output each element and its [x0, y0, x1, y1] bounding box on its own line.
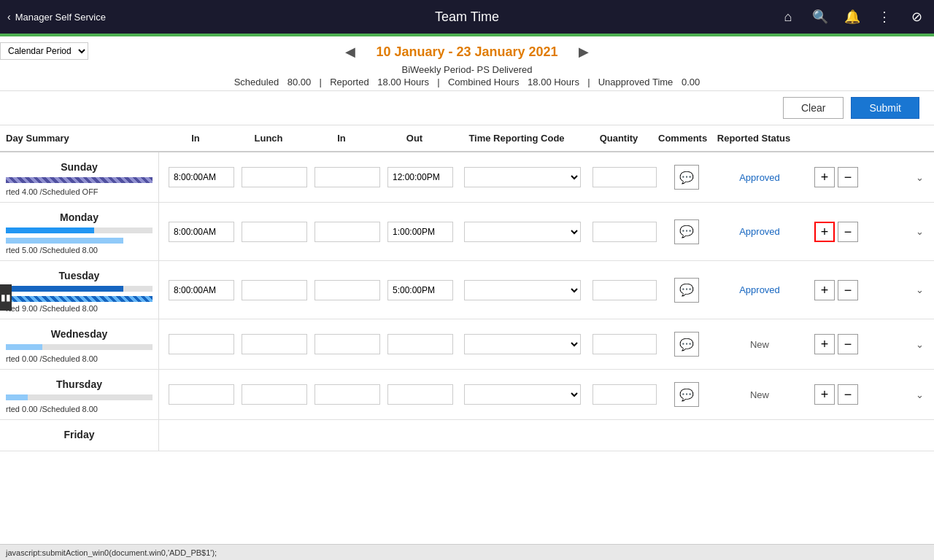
tuesday-trc-select[interactable] — [464, 280, 581, 300]
more-icon[interactable]: ⋮ — [874, 7, 895, 27]
monday-out-input[interactable] — [387, 222, 453, 242]
thursday-lunch-input[interactable] — [242, 384, 307, 405]
monday-sidebar: Monday rted 5.00 /Scheduled 8.00 — [0, 203, 159, 260]
tuesday-out-input[interactable] — [387, 280, 453, 300]
wednesday-remove-button[interactable]: − — [838, 334, 858, 354]
wednesday-lunch-input[interactable] — [242, 334, 307, 354]
tuesday-comment-button[interactable]: 💬 — [674, 278, 699, 303]
wednesday-trc-select[interactable] — [464, 334, 581, 354]
sunday-lunch-input[interactable] — [242, 167, 307, 187]
thursday-trc-select[interactable] — [464, 384, 581, 405]
submit-button[interactable]: Submit — [851, 97, 919, 119]
tuesday-lunch-cell — [238, 280, 311, 300]
sunday-add-button[interactable]: + — [814, 167, 835, 187]
period-nav: ◀ 10 January - 23 January 2021 ▶ — [339, 42, 594, 61]
block-icon[interactable]: ⊘ — [906, 7, 927, 27]
tuesday-remove-button[interactable]: − — [838, 280, 858, 300]
sunday-trc-select[interactable] — [464, 167, 581, 187]
tuesday-qty-input[interactable] — [593, 280, 657, 300]
wednesday-in-input[interactable] — [169, 334, 234, 354]
friday-sidebar: Friday — [0, 420, 159, 451]
wednesday-sidebar: Wednesday rted 0.00 /Scheduled 8.00 — [0, 319, 159, 369]
clear-button[interactable]: Clear — [783, 97, 844, 119]
thursday-trc-cell — [457, 384, 588, 405]
thursday-remove-button[interactable]: − — [838, 384, 858, 405]
col-out: Out — [378, 125, 451, 151]
pause-button[interactable]: ▮▮ — [0, 284, 12, 311]
sunday-comment-button[interactable]: 💬 — [674, 165, 699, 190]
search-icon[interactable]: 🔍 — [810, 7, 830, 27]
wednesday-out-input[interactable] — [387, 334, 453, 354]
column-headers: Day Summary In Lunch In Out Time Reporti… — [0, 125, 934, 152]
thursday-expand-button[interactable]: ⌄ — [911, 389, 928, 400]
thursday-reported-text: rted 0.00 /Scheduled 8.00 — [6, 405, 98, 413]
day-row-friday: Friday — [0, 420, 934, 451]
thursday-in-input[interactable] — [169, 384, 234, 405]
thursday-lunch-cell — [238, 384, 311, 405]
wednesday-add-button[interactable]: + — [814, 334, 835, 354]
sunday-in-input[interactable] — [169, 167, 234, 187]
monday-progress-fill — [6, 228, 94, 233]
col-status: Reported Status — [706, 125, 801, 151]
tuesday-in2-input[interactable] — [314, 280, 380, 300]
home-icon[interactable]: ⌂ — [778, 7, 798, 27]
monday-grid-row: 💬 Approved + − ⌄ — [159, 203, 934, 260]
col-in: In — [159, 125, 232, 151]
tuesday-add-button[interactable]: + — [814, 280, 835, 300]
sunday-out-input[interactable] — [387, 167, 453, 187]
tuesday-in-input[interactable] — [169, 280, 234, 300]
monday-in2-input[interactable] — [314, 222, 380, 242]
bell-icon[interactable]: 🔔 — [842, 7, 862, 27]
thursday-out-input[interactable] — [387, 384, 453, 405]
wednesday-expand-button[interactable]: ⌄ — [911, 339, 928, 350]
thursday-comment-button[interactable]: 💬 — [674, 382, 699, 407]
sunday-expand-button[interactable]: ⌄ — [911, 172, 928, 183]
friday-grid-row — [159, 420, 934, 451]
monday-out-cell — [384, 222, 457, 242]
wednesday-out-cell — [384, 334, 457, 354]
period-subtitle: BiWeekly Period- PS Delivered — [402, 64, 533, 75]
sunday-remove-button[interactable]: − — [838, 167, 858, 187]
action-buttons: Clear Submit — [0, 91, 934, 125]
thursday-add-button[interactable]: + — [814, 384, 835, 405]
wednesday-row-actions: + − — [807, 334, 865, 354]
tuesday-qty-cell — [588, 280, 661, 300]
tuesday-expand-button[interactable]: ⌄ — [911, 284, 928, 295]
back-button[interactable]: ‹ Manager Self Service — [7, 11, 106, 23]
thursday-row-actions: + − — [807, 384, 865, 405]
wednesday-in2-cell — [311, 334, 384, 354]
monday-in-input[interactable] — [169, 222, 234, 242]
monday-remove-button[interactable]: − — [838, 222, 858, 242]
monday-progress-bar2 — [6, 238, 123, 244]
monday-comment-button[interactable]: 💬 — [674, 219, 699, 244]
wednesday-comment-button[interactable]: 💬 — [674, 332, 699, 357]
tuesday-row-actions: + − — [807, 280, 865, 300]
monday-qty-input[interactable] — [593, 222, 657, 242]
sunday-qty-input[interactable] — [593, 167, 657, 187]
wednesday-qty-input[interactable] — [593, 334, 657, 354]
monday-trc-select[interactable] — [464, 222, 581, 242]
sunday-label: Sunday — [6, 161, 153, 173]
topbar-icons: ⌂ 🔍 🔔 ⋮ ⊘ — [778, 7, 927, 27]
wednesday-in2-input[interactable] — [314, 334, 380, 354]
thursday-in2-input[interactable] — [314, 384, 380, 405]
monday-add-button[interactable]: + — [814, 222, 835, 242]
monday-expand-button[interactable]: ⌄ — [911, 226, 928, 237]
thursday-qty-input[interactable] — [593, 384, 657, 405]
tuesday-in2-cell — [311, 280, 384, 300]
wednesday-status: New — [712, 339, 807, 350]
status-bar: javascript:submitAction_win0(document.wi… — [0, 544, 934, 560]
calendar-period-select[interactable]: Calendar Period — [0, 42, 88, 60]
thursday-in-cell — [165, 384, 238, 405]
monday-lunch-input[interactable] — [242, 222, 307, 242]
prev-period-button[interactable]: ◀ — [339, 42, 361, 61]
monday-comment-cell: 💬 — [661, 219, 712, 244]
tuesday-label: Tuesday — [6, 270, 153, 281]
sunday-progress-bar — [6, 177, 153, 183]
tuesday-grid-row: 💬 Approved + − ⌄ — [159, 261, 934, 319]
tuesday-trc-cell — [457, 280, 588, 300]
tuesday-lunch-input[interactable] — [242, 280, 307, 300]
wednesday-lunch-cell — [238, 334, 311, 354]
next-period-button[interactable]: ▶ — [573, 42, 595, 61]
sunday-in2-input[interactable] — [314, 167, 380, 187]
